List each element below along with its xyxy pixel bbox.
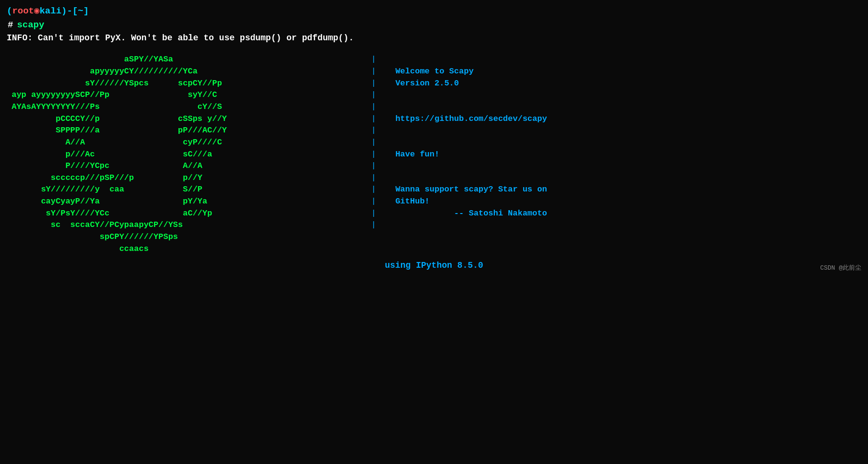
- prompt-circle: ◉: [34, 5, 39, 18]
- prompt-hostname: kali: [39, 5, 61, 18]
- prompt-line: ( root ◉ kali ) - [ ~ ]: [7, 5, 861, 18]
- ascii-art: aSPY//YASa apyyyyyCY//////////YCa sY////…: [7, 54, 371, 255]
- prompt-close-paren: ): [61, 5, 67, 18]
- divider-bar: | | | | | | | | | | | | | | |: [371, 54, 381, 255]
- terminal-window: ( root ◉ kali ) - [ ~ ] # scapy INFO: Ca…: [0, 0, 868, 276]
- prompt-root-label: root: [12, 5, 34, 18]
- command-text: scapy: [17, 19, 44, 32]
- info-line: INFO: Can't import PyX. Won't be able to…: [7, 32, 861, 44]
- welcome-panel: Welcome to Scapy Version 2.5.0 https://g…: [381, 54, 861, 255]
- prompt-dash: -: [67, 5, 72, 18]
- command-line: # scapy: [7, 19, 861, 32]
- prompt-close-bracket: ]: [83, 5, 89, 18]
- prompt-tilde: ~: [78, 5, 83, 18]
- ipython-line: using IPython 8.5.0: [7, 260, 861, 272]
- prompt-open-paren: (: [7, 5, 12, 18]
- prompt-open-bracket: [: [72, 5, 78, 18]
- prompt-hash: #: [8, 19, 13, 32]
- main-content: aSPY//YASa apyyyyyCY//////////YCa sY////…: [7, 54, 861, 255]
- watermark: CSDN @此前尘: [820, 264, 861, 273]
